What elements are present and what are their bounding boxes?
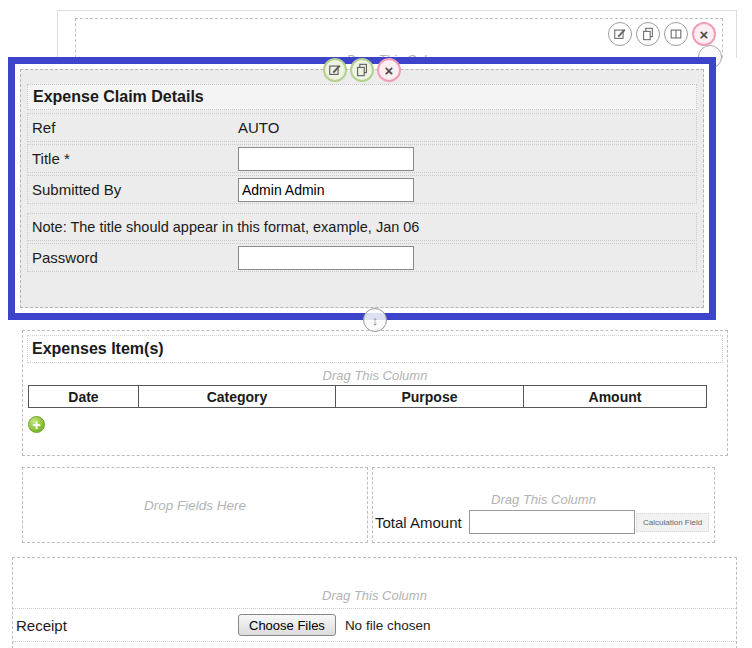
title-input[interactable] [238,147,414,171]
drop-fields-hint: Drop Fields Here [144,498,246,513]
submitted-by-label: Submitted By [28,181,238,198]
field-row-password[interactable]: Password [27,243,697,272]
form-builder-canvas: × Drag This Column × Exp [0,0,752,648]
field-row-ref[interactable]: Ref AUTO [27,113,697,142]
copy-column-button[interactable] [636,22,660,46]
expense-claim-panel-body: × Expense Claim Details Ref AUTO Title *… [20,69,704,308]
expenses-title: Expenses Item(s) [32,340,164,358]
expenses-table: Date Category Purpose Amount [28,385,707,408]
column-header-purpose[interactable]: Purpose [336,386,524,408]
expenses-items-section: Expenses Item(s) Drag This Column Date C… [22,330,728,456]
field-row-title[interactable]: Title * [27,144,697,173]
outer-form-container: × Drag This Column [57,10,737,58]
panel-title: Expense Claim Details [33,88,204,106]
note-row[interactable]: Note: The title should appear in this fo… [27,213,697,241]
edit-icon [613,27,627,41]
edit-icon [328,63,342,77]
calculation-field-badge: Calculation Field [636,513,709,532]
drag-column-hint[interactable]: Drag This Column [373,492,714,507]
columns-icon [669,27,683,41]
total-amount-label: Total Amount [375,514,469,531]
title-label: Title * [28,150,238,167]
receipt-row[interactable]: Receipt Choose Files No file chosen [13,608,736,642]
password-input[interactable] [238,246,414,270]
receipt-column: Drag This Column Receipt Choose Files No… [12,557,737,648]
panel-resize-handle[interactable]: ↕ [363,308,387,332]
delete-column-button[interactable]: × [692,22,716,46]
total-amount-input[interactable] [469,510,635,534]
password-label: Password [28,249,238,266]
close-icon: × [700,27,709,42]
copy-icon [641,27,655,41]
drop-fields-zone[interactable]: Drop Fields Here [22,467,368,543]
claim-field-rows: Expense Claim Details Ref AUTO Title * S… [27,84,697,274]
column-toolbar: × [608,22,716,46]
add-row-button[interactable]: + [28,416,45,433]
top-column-container: × Drag This Column [75,18,723,58]
field-row-submitted-by[interactable]: Submitted By [27,175,697,204]
edit-panel-button[interactable] [323,58,347,82]
ref-label: Ref [28,119,238,136]
drag-column-hint[interactable]: Drag This Column [13,588,736,603]
ref-value: AUTO [238,119,279,136]
column-header-date[interactable]: Date [29,386,139,408]
close-icon: × [385,63,394,78]
copy-icon [355,63,369,77]
note-text: Note: The title should appear in this fo… [32,219,419,235]
panel-title-row[interactable]: Expense Claim Details [27,84,697,110]
column-header-category[interactable]: Category [139,386,336,408]
receipt-label: Receipt [13,617,238,634]
total-amount-column: Drag This Column Total Amount Calculatio… [372,467,715,543]
file-chosen-status: No file chosen [345,618,431,633]
expenses-table-header-row: Date Category Purpose Amount [29,386,707,408]
add-icon: + [32,418,40,432]
copy-panel-button[interactable] [350,58,374,82]
choose-files-button[interactable]: Choose Files [238,614,336,636]
expenses-title-row[interactable]: Expenses Item(s) [27,335,723,363]
columns-layout-button[interactable] [664,22,688,46]
submitted-by-input[interactable] [238,178,414,202]
delete-panel-button[interactable]: × [377,58,401,82]
drag-vertical-icon: ↕ [372,313,379,328]
expense-claim-panel-selected[interactable]: × Expense Claim Details Ref AUTO Title *… [8,57,716,320]
column-header-amount[interactable]: Amount [524,386,707,408]
panel-toolbar: × [323,58,401,82]
drag-column-hint[interactable]: Drag This Column [23,368,727,383]
edit-column-button[interactable] [608,22,632,46]
total-amount-row[interactable]: Total Amount Calculation Field [373,510,714,534]
